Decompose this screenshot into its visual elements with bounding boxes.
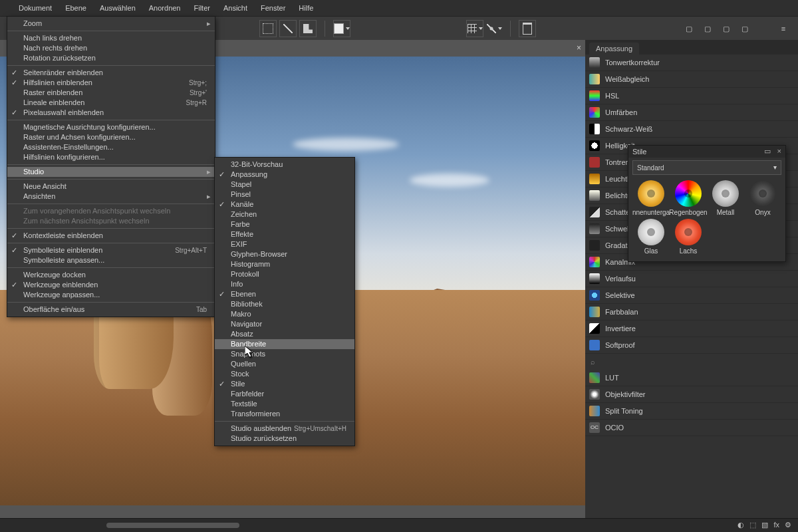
studio-menu-item-25[interactable]: Transformieren xyxy=(215,409,354,419)
studio-menu-item-14[interactable]: Bibliothek xyxy=(215,299,354,309)
view-menu-item-25[interactable]: ✓Kontextleiste einblenden xyxy=(7,231,215,241)
status-icon-1[interactable]: ◐ xyxy=(737,521,744,529)
studio-menu-item-9[interactable]: Glyphen-Browser xyxy=(215,249,354,259)
tool-wand[interactable] xyxy=(486,21,502,37)
tool-fill[interactable] xyxy=(333,20,350,37)
tab-anpassung[interactable]: Anpassung xyxy=(589,43,639,55)
view-menu-item-32[interactable]: Werkzeuge anpassen... xyxy=(7,290,215,300)
style-glas[interactable]: Glas xyxy=(634,219,668,255)
status-icon-4[interactable]: fx xyxy=(773,521,779,529)
view-menu-item-28[interactable]: Symbolleiste anpassen... xyxy=(7,255,215,265)
studio-menu-item-13[interactable]: ✓Ebenen xyxy=(215,289,354,299)
styles-close-icon[interactable]: × xyxy=(777,147,781,155)
view-menu-item-12[interactable]: Magnetische Ausrichtung konfigurieren... xyxy=(7,122,215,132)
view-menu-item-19[interactable]: Neue Ansicht xyxy=(7,182,215,192)
studio-menu-item-27[interactable]: Studio ausblendenStrg+Umschalt+H xyxy=(215,424,354,434)
menu-filter[interactable]: Filter xyxy=(188,0,217,16)
adjustment-verlaufsu[interactable]: Verlaufsu xyxy=(585,271,798,287)
tool-right-5[interactable]: ≡ xyxy=(775,21,791,37)
studio-menu-item-22[interactable]: ✓Stile xyxy=(215,379,354,389)
view-menu-item-30[interactable]: Werkzeuge docken xyxy=(7,270,215,280)
styles-min-icon[interactable]: ▭ xyxy=(764,147,771,156)
studio-menu-item-28[interactable]: Studio zurücksetzen xyxy=(215,434,354,444)
status-icon-5[interactable]: ⚙ xyxy=(785,521,791,529)
view-menu-item-8[interactable]: Raster einblendenStrg+' xyxy=(7,88,215,98)
studio-menu-item-3[interactable]: Pinsel xyxy=(215,190,354,200)
status-icon-2[interactable]: ⬚ xyxy=(749,521,756,529)
studio-menu-item-0[interactable]: 32-Bit-Vorschau xyxy=(215,160,354,170)
studio-menu-item-6[interactable]: Farbe xyxy=(215,219,354,229)
menu-anordnen[interactable]: Anordnen xyxy=(142,0,188,16)
view-menu-item-10[interactable]: ✓Pixelauswahl einblenden xyxy=(7,108,215,118)
tool-marquee[interactable] xyxy=(259,20,277,37)
styles-tab[interactable]: Stile xyxy=(632,148,646,156)
view-menu-item-31[interactable]: ✓Werkzeuge einblenden xyxy=(7,280,215,290)
view-menu-item-17[interactable]: Studio▸ xyxy=(7,167,215,177)
view-menu-item-15[interactable]: Hilfslinien konfigurieren... xyxy=(7,152,215,162)
adjustment-weißabgleich[interactable]: Weißabgleich xyxy=(585,71,798,88)
studio-menu-item-12[interactable]: Info xyxy=(215,279,354,289)
studio-menu-item-18[interactable]: Bandbreite xyxy=(215,339,354,349)
view-menu-item-27[interactable]: ✓Symbolleiste einblendenStrg+Alt+T xyxy=(7,245,215,255)
tool-right-3[interactable]: ▢ xyxy=(718,21,734,37)
tool-right-2[interactable]: ▢ xyxy=(700,21,716,37)
view-menu-item-13[interactable]: Raster und Achsen konfigurieren... xyxy=(7,132,215,142)
view-menu-item-20[interactable]: Ansichten▸ xyxy=(7,192,215,201)
studio-menu-item-11[interactable]: Protokoll xyxy=(215,269,354,279)
tool-right-1[interactable]: ▢ xyxy=(681,21,697,37)
adjustment-tonwertkorrektur[interactable]: Tonwertkorrektur xyxy=(585,55,798,71)
studio-menu-item-19[interactable]: Snapshots xyxy=(215,349,354,359)
studio-menu-item-4[interactable]: ✓Kanäle xyxy=(215,200,354,209)
studio-menu-item-7[interactable]: Effekte xyxy=(215,229,354,239)
studio-menu-item-15[interactable]: Makro xyxy=(215,309,354,319)
styles-preset-dropdown[interactable]: Standard ▾ xyxy=(632,160,781,175)
menu-ansicht[interactable]: Ansicht xyxy=(217,0,254,16)
studio-menu-item-24[interactable]: Textstile xyxy=(215,399,354,409)
view-menu-item-14[interactable]: Assistenten-Einstellungen... xyxy=(7,142,215,152)
view-menu-item-34[interactable]: Oberfläche ein/ausTab xyxy=(7,305,215,315)
adjustment-umfärben[interactable]: Umfärben xyxy=(585,104,798,121)
adjustment-schwarz-weiß[interactable]: Schwarz-Weiß xyxy=(585,121,798,138)
studio-menu-item-21[interactable]: Stock xyxy=(215,369,354,379)
adjustment-softproof[interactable]: Softproof xyxy=(585,337,798,354)
studio-menu-item-17[interactable]: Absatz xyxy=(215,329,354,339)
style-lachs[interactable]: Lachs xyxy=(671,219,706,255)
adjustment-lut[interactable]: LUT xyxy=(585,370,798,386)
style-metall[interactable]: Metall xyxy=(708,180,743,216)
menu-ebene[interactable]: Ebene xyxy=(59,0,93,16)
tool-right-4[interactable]: ▢ xyxy=(737,21,753,37)
tool-crop[interactable] xyxy=(299,20,317,37)
adjustment-farbbalan[interactable]: Farbbalan xyxy=(585,304,798,321)
tool-trash[interactable] xyxy=(519,20,536,37)
menu-hilfe[interactable]: Hilfe xyxy=(292,0,320,16)
adjustment-split toning[interactable]: Split Toning xyxy=(585,403,798,420)
canvas-close-icon[interactable]: × xyxy=(577,43,581,53)
adjustment-hsl[interactable]: HSL xyxy=(585,88,798,104)
horizontal-scrollbar[interactable] xyxy=(106,523,239,528)
adjustment-ocio[interactable]: OCOCIO xyxy=(585,420,798,436)
view-menu-item-6[interactable]: ✓Seitenränder einblenden xyxy=(7,68,215,78)
menu-auswaehlen[interactable]: Auswählen xyxy=(93,0,142,16)
studio-menu-item-1[interactable]: ✓Anpassung xyxy=(215,170,354,180)
tool-diagonal[interactable] xyxy=(279,20,297,37)
studio-menu-item-5[interactable]: Zeichen xyxy=(215,209,354,219)
style-regenbogen[interactable]: Regenbogen xyxy=(671,180,706,216)
status-icon-3[interactable]: ▧ xyxy=(761,521,768,529)
view-menu-item-9[interactable]: Lineale einblendenStrg+R xyxy=(7,98,215,108)
style-onyx[interactable]: Onyx xyxy=(745,180,780,216)
view-menu-item-0[interactable]: Zoom▸ xyxy=(7,19,215,29)
style-nnenunterga[interactable]: nnenunterga xyxy=(634,180,668,216)
adjustment-invertiere[interactable]: Invertiere xyxy=(585,321,798,337)
studio-menu-item-10[interactable]: Histogramm xyxy=(215,259,354,269)
studio-menu-item-2[interactable]: Stapel xyxy=(215,180,354,190)
studio-menu-item-23[interactable]: Farbfelder xyxy=(215,389,354,399)
adjustment-selektive[interactable]: Selektive xyxy=(585,287,798,304)
view-menu-item-3[interactable]: Nach rechts drehen xyxy=(7,43,215,53)
adjustment-objektivfilter[interactable]: Objektivfilter xyxy=(585,386,798,403)
studio-menu-item-16[interactable]: Navigator xyxy=(215,319,354,329)
tool-grid[interactable] xyxy=(466,20,483,37)
view-menu-item-4[interactable]: Rotation zurücksetzen xyxy=(7,53,215,63)
adjustment-search[interactable]: ⌕ xyxy=(585,354,798,370)
studio-menu-item-20[interactable]: Quellen xyxy=(215,359,354,369)
studio-menu-item-8[interactable]: EXIF xyxy=(215,239,354,249)
